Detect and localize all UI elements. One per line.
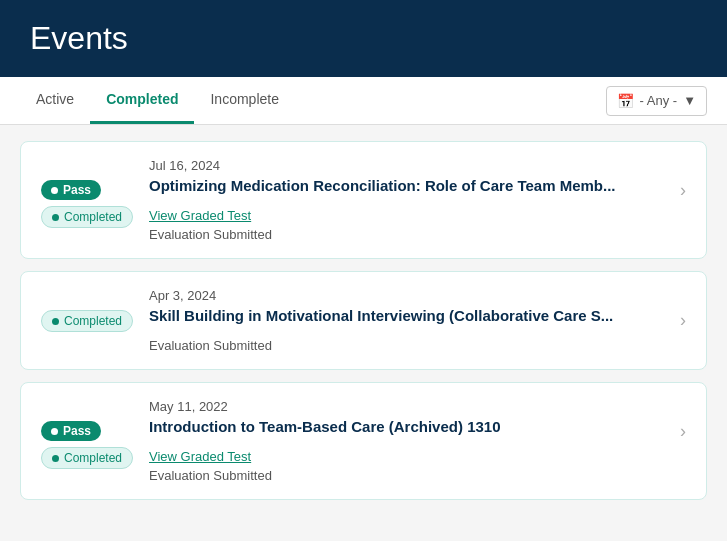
filter-dropdown[interactable]: 📅 - Any - ▼ bbox=[606, 86, 707, 116]
badges-col-3: Pass Completed bbox=[41, 399, 133, 483]
eval-submitted-3: Evaluation Submitted bbox=[149, 468, 686, 483]
event-card-3: Pass Completed May 11, 2022 Introduction… bbox=[20, 382, 707, 500]
event-card-2: Completed Apr 3, 2024 Skill Building in … bbox=[20, 271, 707, 370]
event-date-2: Apr 3, 2024 bbox=[149, 288, 686, 303]
event-title-1: Optimizing Medication Reconciliation: Ro… bbox=[149, 177, 615, 194]
chevron-right-icon-3[interactable]: › bbox=[680, 421, 686, 442]
tab-group: Active Completed Incomplete bbox=[20, 77, 295, 124]
completed-badge-1: Completed bbox=[41, 206, 133, 228]
pass-badge-1: Pass bbox=[41, 180, 101, 200]
event-info-1: Jul 16, 2024 Optimizing Medication Recon… bbox=[149, 158, 686, 242]
events-list: Pass Completed Jul 16, 2024 Optimizing M… bbox=[0, 125, 727, 516]
tabs-bar: Active Completed Incomplete 📅 - Any - ▼ bbox=[0, 77, 727, 125]
pass-dot-1 bbox=[51, 187, 58, 194]
chevron-down-icon: ▼ bbox=[683, 93, 696, 108]
pass-dot-3 bbox=[51, 428, 58, 435]
event-details-3: View Graded Test Evaluation Submitted bbox=[149, 449, 686, 483]
completed-label-3: Completed bbox=[64, 451, 122, 465]
event-info-3: May 11, 2022 Introduction to Team-Based … bbox=[149, 399, 686, 483]
eval-submitted-2: Evaluation Submitted bbox=[149, 338, 686, 353]
page-title: Events bbox=[30, 20, 697, 57]
event-date-3: May 11, 2022 bbox=[149, 399, 686, 414]
event-title-2: Skill Building in Motivational Interview… bbox=[149, 307, 613, 324]
event-title-3: Introduction to Team-Based Care (Archive… bbox=[149, 418, 500, 435]
tab-incomplete[interactable]: Incomplete bbox=[194, 77, 294, 124]
tab-completed[interactable]: Completed bbox=[90, 77, 194, 124]
view-graded-button-1[interactable]: View Graded Test bbox=[149, 208, 686, 223]
event-info-2: Apr 3, 2024 Skill Building in Motivation… bbox=[149, 288, 686, 353]
badges-col-2: Completed bbox=[41, 288, 133, 353]
filter-label: - Any - bbox=[640, 93, 678, 108]
eval-submitted-1: Evaluation Submitted bbox=[149, 227, 686, 242]
header: Events bbox=[0, 0, 727, 77]
completed-label-2: Completed bbox=[64, 314, 122, 328]
event-card-1: Pass Completed Jul 16, 2024 Optimizing M… bbox=[20, 141, 707, 259]
event-details-1: View Graded Test Evaluation Submitted bbox=[149, 208, 686, 242]
completed-dot-3 bbox=[52, 455, 59, 462]
pass-label-3: Pass bbox=[63, 424, 91, 438]
badges-col-1: Pass Completed bbox=[41, 158, 133, 242]
pass-badge-3: Pass bbox=[41, 421, 101, 441]
event-details-2: Evaluation Submitted bbox=[149, 338, 686, 353]
tab-active[interactable]: Active bbox=[20, 77, 90, 124]
completed-dot-1 bbox=[52, 214, 59, 221]
pass-label-1: Pass bbox=[63, 183, 91, 197]
view-graded-button-3[interactable]: View Graded Test bbox=[149, 449, 686, 464]
calendar-icon: 📅 bbox=[617, 93, 634, 109]
completed-badge-2: Completed bbox=[41, 310, 133, 332]
event-date-1: Jul 16, 2024 bbox=[149, 158, 686, 173]
chevron-right-icon-1[interactable]: › bbox=[680, 180, 686, 201]
chevron-right-icon-2[interactable]: › bbox=[680, 310, 686, 331]
completed-badge-3: Completed bbox=[41, 447, 133, 469]
completed-label-1: Completed bbox=[64, 210, 122, 224]
completed-dot-2 bbox=[52, 318, 59, 325]
